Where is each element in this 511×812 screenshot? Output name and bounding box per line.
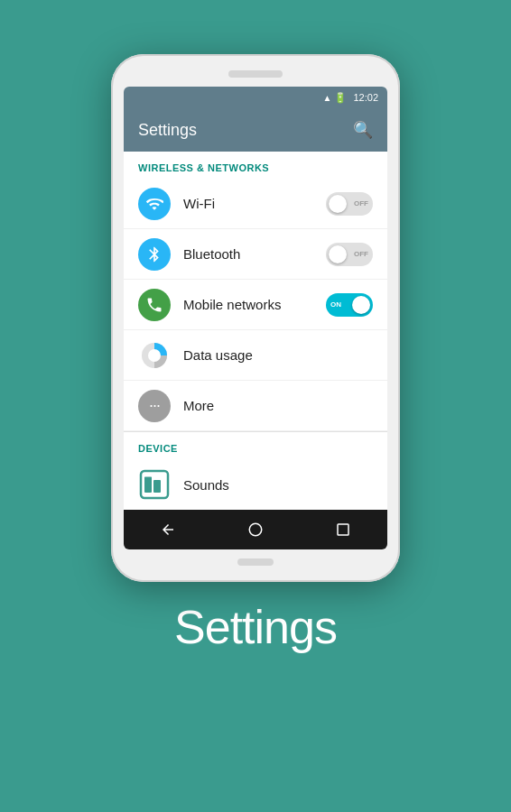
status-bar: ▲ 🔋 12:02 [124,87,387,108]
time-display: 12:02 [353,92,378,103]
svg-point-1 [148,349,161,362]
mobile-toggle-label: ON [330,300,341,309]
sounds-label: Sounds [183,477,373,493]
phone-body: ▲ 🔋 12:02 Settings 🔍 WIRELESS & NETWORKS [111,54,400,582]
bluetooth-toggle-knob [329,245,347,263]
bluetooth-toggle-label: OFF [354,250,368,258]
more-icon: ··· [138,390,171,422]
search-icon[interactable]: 🔍 [353,120,373,140]
wifi-label: Wi-Fi [183,196,326,211]
settings-item-bluetooth[interactable]: Bluetooth OFF [124,229,387,280]
svg-rect-3 [144,476,152,493]
sounds-icon [138,468,171,501]
mobile-networks-toggle[interactable]: ON [326,293,373,317]
app-bar-title: Settings [138,121,197,140]
app-bar: Settings 🔍 [124,108,387,152]
svg-point-6 [249,523,262,536]
settings-item-data-usage[interactable]: Data usage [124,330,387,381]
wifi-toggle[interactable]: OFF [326,192,373,216]
home-button[interactable] [241,515,270,544]
data-usage-icon [138,339,171,372]
phone-screen: ▲ 🔋 12:02 Settings 🔍 WIRELESS & NETWORKS [124,87,387,549]
bluetooth-toggle[interactable]: OFF [326,243,373,266]
mobile-networks-icon [138,289,171,321]
phone-home-indicator [237,558,274,566]
bluetooth-icon [138,238,171,271]
settings-item-sounds[interactable]: Sounds [124,459,387,510]
recent-button[interactable] [329,515,358,544]
svg-rect-7 [338,524,348,535]
settings-content: WIRELESS & NETWORKS Wi-Fi OFF [124,152,387,510]
mobile-networks-label: Mobile networks [183,297,326,312]
mobile-toggle-knob [352,296,370,314]
nav-bar [124,510,387,549]
section-header-wireless: WIRELESS & NETWORKS [124,152,387,179]
wifi-icon [138,188,171,220]
settings-item-wifi[interactable]: Wi-Fi OFF [124,179,387,229]
battery-icon: 🔋 [334,92,347,104]
svg-rect-5 [144,476,161,477]
svg-rect-4 [153,480,161,493]
signal-icon: ▲ [323,93,332,103]
more-label: More [183,398,373,413]
page-title: Settings [174,600,337,654]
wifi-toggle-label: OFF [354,199,368,208]
bluetooth-label: Bluetooth [183,246,326,262]
settings-item-mobile-networks[interactable]: Mobile networks ON [124,280,387,330]
phone-device: ▲ 🔋 12:02 Settings 🔍 WIRELESS & NETWORKS [111,54,400,582]
data-usage-label: Data usage [183,347,373,363]
back-button[interactable] [153,515,182,544]
status-icons: ▲ 🔋 12:02 [323,92,378,104]
phone-speaker [228,70,283,78]
settings-item-more[interactable]: ··· More [124,381,387,431]
section-header-device: DEVICE [124,432,387,459]
wifi-toggle-knob [329,195,347,213]
